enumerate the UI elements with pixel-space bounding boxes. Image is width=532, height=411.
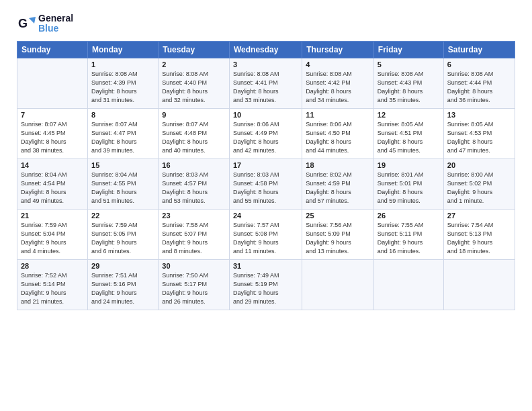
calendar-day-cell: 30Sunrise: 7:50 AM Sunset: 5:17 PM Dayli… (159, 259, 230, 310)
weekday-header: Sunday (17, 41, 88, 58)
calendar-day-cell: 13Sunrise: 8:05 AM Sunset: 4:53 PM Dayli… (443, 108, 515, 158)
calendar-week-row: 14Sunrise: 8:04 AM Sunset: 4:54 PM Dayli… (17, 158, 515, 209)
day-number: 24 (233, 212, 298, 220)
calendar-day-cell: 12Sunrise: 8:05 AM Sunset: 4:51 PM Dayli… (373, 108, 443, 158)
day-info: Sunrise: 8:05 AM Sunset: 4:51 PM Dayligh… (378, 120, 440, 155)
weekday-header: Wednesday (230, 41, 302, 58)
day-number: 19 (378, 161, 440, 169)
day-number: 25 (306, 212, 370, 220)
day-number: 31 (233, 262, 298, 270)
calendar-day-cell (302, 259, 374, 310)
calendar-day-cell: 26Sunrise: 7:55 AM Sunset: 5:11 PM Dayli… (373, 209, 443, 259)
calendar-day-cell: 23Sunrise: 7:58 AM Sunset: 5:07 PM Dayli… (159, 209, 230, 259)
calendar-day-cell: 4Sunrise: 8:08 AM Sunset: 4:42 PM Daylig… (302, 58, 374, 108)
logo: G General Blue (17, 13, 73, 34)
calendar-day-cell: 8Sunrise: 8:07 AM Sunset: 4:47 PM Daylig… (88, 108, 159, 158)
calendar-day-cell: 17Sunrise: 8:03 AM Sunset: 4:58 PM Dayli… (230, 158, 302, 209)
logo-text: General Blue (38, 13, 73, 34)
calendar-day-cell: 16Sunrise: 8:03 AM Sunset: 4:57 PM Dayli… (159, 158, 230, 209)
logo-icon: G (17, 14, 36, 33)
calendar-day-cell: 11Sunrise: 8:06 AM Sunset: 4:50 PM Dayli… (302, 108, 374, 158)
day-info: Sunrise: 8:05 AM Sunset: 4:53 PM Dayligh… (447, 120, 511, 155)
day-info: Sunrise: 8:04 AM Sunset: 4:54 PM Dayligh… (21, 171, 84, 205)
day-info: Sunrise: 8:02 AM Sunset: 4:59 PM Dayligh… (306, 171, 370, 205)
calendar-day-cell: 22Sunrise: 7:59 AM Sunset: 5:05 PM Dayli… (88, 209, 159, 259)
day-info: Sunrise: 7:56 AM Sunset: 5:09 PM Dayligh… (306, 221, 370, 256)
day-info: Sunrise: 8:07 AM Sunset: 4:48 PM Dayligh… (162, 120, 226, 155)
day-info: Sunrise: 8:06 AM Sunset: 4:49 PM Dayligh… (233, 120, 298, 155)
calendar-day-cell: 19Sunrise: 8:01 AM Sunset: 5:01 PM Dayli… (373, 158, 443, 209)
day-info: Sunrise: 8:08 AM Sunset: 4:41 PM Dayligh… (233, 70, 298, 105)
weekday-header: Friday (373, 41, 443, 58)
day-number: 15 (91, 161, 154, 169)
day-info: Sunrise: 7:49 AM Sunset: 5:19 PM Dayligh… (233, 271, 298, 306)
calendar-day-cell (443, 259, 515, 310)
day-info: Sunrise: 7:50 AM Sunset: 5:17 PM Dayligh… (162, 271, 226, 306)
day-info: Sunrise: 8:08 AM Sunset: 4:39 PM Dayligh… (91, 70, 154, 105)
day-number: 18 (306, 161, 370, 169)
day-info: Sunrise: 8:00 AM Sunset: 5:02 PM Dayligh… (447, 171, 511, 205)
svg-marker-1 (29, 17, 36, 24)
day-number: 5 (378, 60, 440, 68)
calendar-day-cell: 14Sunrise: 8:04 AM Sunset: 4:54 PM Dayli… (17, 158, 88, 209)
day-number: 1 (91, 60, 154, 68)
calendar-day-cell: 31Sunrise: 7:49 AM Sunset: 5:19 PM Dayli… (230, 259, 302, 310)
day-info: Sunrise: 8:07 AM Sunset: 4:45 PM Dayligh… (21, 120, 84, 155)
day-info: Sunrise: 8:07 AM Sunset: 4:47 PM Dayligh… (91, 120, 154, 155)
day-number: 27 (447, 212, 511, 220)
calendar-day-cell: 24Sunrise: 7:57 AM Sunset: 5:08 PM Dayli… (230, 209, 302, 259)
weekday-header: Monday (88, 41, 159, 58)
day-info: Sunrise: 7:59 AM Sunset: 5:05 PM Dayligh… (91, 221, 154, 256)
calendar-day-cell: 5Sunrise: 8:08 AM Sunset: 4:43 PM Daylig… (373, 58, 443, 108)
day-number: 26 (378, 212, 440, 220)
calendar-table: SundayMondayTuesdayWednesdayThursdayFrid… (17, 41, 515, 310)
calendar-day-cell: 28Sunrise: 7:52 AM Sunset: 5:14 PM Dayli… (17, 259, 88, 310)
day-info: Sunrise: 7:52 AM Sunset: 5:14 PM Dayligh… (21, 271, 84, 306)
day-number: 23 (162, 212, 226, 220)
day-info: Sunrise: 8:08 AM Sunset: 4:44 PM Dayligh… (447, 70, 511, 105)
day-info: Sunrise: 7:51 AM Sunset: 5:16 PM Dayligh… (91, 271, 154, 306)
calendar-day-cell (373, 259, 443, 310)
calendar-header-row: SundayMondayTuesdayWednesdayThursdayFrid… (17, 41, 515, 58)
page: G General Blue SundayMondayTuesdayWednes… (0, 0, 532, 411)
weekday-header: Thursday (302, 41, 374, 58)
day-number: 12 (378, 111, 440, 119)
weekday-header: Tuesday (159, 41, 230, 58)
weekday-header: Saturday (443, 41, 515, 58)
day-number: 3 (233, 60, 298, 68)
day-number: 8 (91, 111, 154, 119)
day-number: 6 (447, 60, 511, 68)
calendar-day-cell: 25Sunrise: 7:56 AM Sunset: 5:09 PM Dayli… (302, 209, 374, 259)
day-number: 16 (162, 161, 226, 169)
day-number: 7 (21, 111, 84, 119)
day-info: Sunrise: 8:08 AM Sunset: 4:43 PM Dayligh… (378, 70, 440, 105)
day-info: Sunrise: 8:04 AM Sunset: 4:55 PM Dayligh… (91, 171, 154, 205)
calendar-day-cell: 21Sunrise: 7:59 AM Sunset: 5:04 PM Dayli… (17, 209, 88, 259)
calendar-day-cell: 2Sunrise: 8:08 AM Sunset: 4:40 PM Daylig… (159, 58, 230, 108)
calendar-day-cell: 27Sunrise: 7:54 AM Sunset: 5:13 PM Dayli… (443, 209, 515, 259)
day-info: Sunrise: 7:58 AM Sunset: 5:07 PM Dayligh… (162, 221, 226, 256)
day-number: 10 (233, 111, 298, 119)
day-info: Sunrise: 7:59 AM Sunset: 5:04 PM Dayligh… (21, 221, 84, 256)
day-number: 29 (91, 262, 154, 270)
day-number: 13 (447, 111, 511, 119)
day-info: Sunrise: 8:06 AM Sunset: 4:50 PM Dayligh… (306, 120, 370, 155)
day-info: Sunrise: 7:57 AM Sunset: 5:08 PM Dayligh… (233, 221, 298, 256)
day-info: Sunrise: 8:08 AM Sunset: 4:42 PM Dayligh… (306, 70, 370, 105)
calendar-week-row: 28Sunrise: 7:52 AM Sunset: 5:14 PM Dayli… (17, 259, 515, 310)
calendar-day-cell: 10Sunrise: 8:06 AM Sunset: 4:49 PM Dayli… (230, 108, 302, 158)
calendar-day-cell: 29Sunrise: 7:51 AM Sunset: 5:16 PM Dayli… (88, 259, 159, 310)
calendar-day-cell: 20Sunrise: 8:00 AM Sunset: 5:02 PM Dayli… (443, 158, 515, 209)
calendar-week-row: 7Sunrise: 8:07 AM Sunset: 4:45 PM Daylig… (17, 108, 515, 158)
day-number: 21 (21, 212, 84, 220)
calendar-day-cell: 6Sunrise: 8:08 AM Sunset: 4:44 PM Daylig… (443, 58, 515, 108)
calendar-day-cell: 1Sunrise: 8:08 AM Sunset: 4:39 PM Daylig… (88, 58, 159, 108)
calendar-day-cell: 15Sunrise: 8:04 AM Sunset: 4:55 PM Dayli… (88, 158, 159, 209)
day-number: 17 (233, 161, 298, 169)
day-number: 9 (162, 111, 226, 119)
day-info: Sunrise: 8:08 AM Sunset: 4:40 PM Dayligh… (162, 70, 226, 105)
day-number: 4 (306, 60, 370, 68)
header: G General Blue (17, 13, 515, 34)
day-number: 28 (21, 262, 84, 270)
calendar-week-row: 1Sunrise: 8:08 AM Sunset: 4:39 PM Daylig… (17, 58, 515, 108)
